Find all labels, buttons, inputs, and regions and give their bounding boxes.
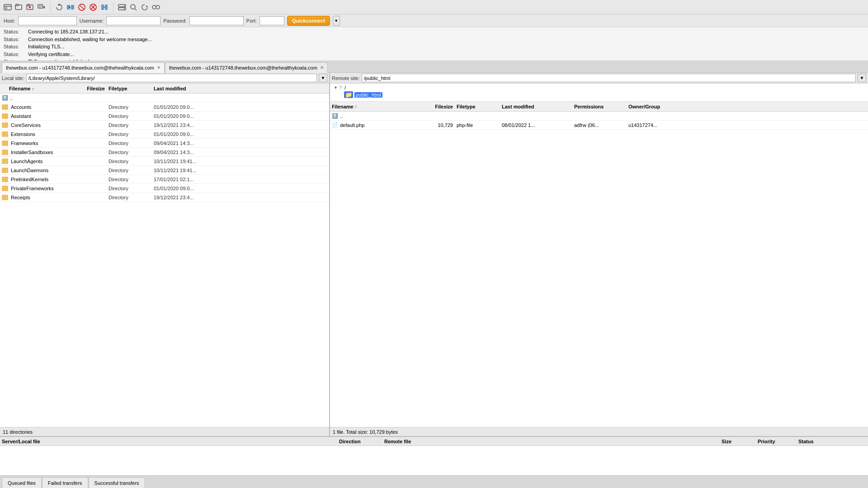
local-file-modified: 10/11/2021 19:41... bbox=[154, 159, 329, 164]
site-tab-1[interactable]: thewebux.com - u143172748.thewebux.com@t… bbox=[165, 62, 328, 73]
folder-icon bbox=[2, 177, 8, 182]
local-col-size[interactable]: Filesize bbox=[72, 86, 108, 91]
site-tab-close-0[interactable]: ✕ bbox=[157, 66, 160, 70]
local-address-input[interactable] bbox=[26, 74, 317, 82]
remote-col-size[interactable]: Filesize bbox=[420, 104, 457, 109]
site-tab-label-1: thewebux.com - u143172748.thewebux.com@t… bbox=[169, 65, 317, 70]
local-file-row[interactable]: LaunchDaemons Directory 10/11/2021 19:41… bbox=[0, 166, 329, 175]
comparisons-btn[interactable] bbox=[151, 2, 161, 12]
cancel-all-btn[interactable] bbox=[88, 2, 98, 12]
local-file-row[interactable]: InstallerSandboxes Directory 09/04/2021 … bbox=[0, 148, 329, 157]
bottom-tab-1[interactable]: Failed transfers bbox=[42, 477, 88, 488]
svg-point-29 bbox=[131, 5, 135, 9]
local-file-modified: 01/01/2020 09:0... bbox=[154, 186, 329, 191]
quickconnect-button[interactable]: Quickconnect bbox=[287, 16, 330, 26]
folder-icon bbox=[2, 104, 8, 110]
remote-file-owner: u14317274... bbox=[628, 122, 868, 128]
local-file-row[interactable]: Assistant Directory 01/01/2020 09:0... bbox=[0, 112, 329, 121]
local-file-name: ⬆️.. bbox=[0, 95, 72, 101]
transfer-col-server: Server/Local file bbox=[2, 439, 330, 444]
close-tab-btn[interactable] bbox=[25, 2, 35, 12]
quickconnect-dropdown[interactable]: ▼ bbox=[333, 16, 340, 26]
panels: Local site: ▼ Filename ↑ Filesize Filety… bbox=[0, 73, 868, 436]
local-file-name: Extensions bbox=[0, 131, 72, 137]
remote-col-owner[interactable]: Owner/Group bbox=[628, 104, 868, 109]
local-col-type[interactable]: Filetype bbox=[108, 86, 154, 91]
tab-list-btn[interactable] bbox=[37, 2, 47, 12]
new-tab-btn[interactable] bbox=[14, 2, 24, 12]
remote-statusbar: 1 file. Total size: 10,729 bytes bbox=[330, 427, 868, 436]
local-file-modified: 09/04/2021 14:3... bbox=[154, 150, 329, 155]
remote-file-name: 📄default.php bbox=[330, 122, 420, 128]
host-input[interactable] bbox=[18, 16, 77, 25]
remote-file-row[interactable]: ⬆️.. bbox=[330, 112, 868, 121]
local-file-row[interactable]: Frameworks Directory 09/04/2021 14:3... bbox=[0, 139, 329, 148]
local-file-name: PrivateFrameworks bbox=[0, 186, 72, 191]
remote-browse-btn[interactable]: ▼ bbox=[858, 74, 866, 82]
local-file-name: Assistant bbox=[0, 113, 72, 119]
local-col-name[interactable]: Filename ↑ bbox=[0, 86, 72, 91]
reconnect-btn[interactable] bbox=[140, 2, 150, 12]
bottom-tab-0[interactable]: Queued files bbox=[2, 477, 42, 488]
password-input[interactable] bbox=[189, 16, 244, 25]
tree-expand-root[interactable]: ▼ bbox=[334, 85, 338, 90]
local-file-name: LaunchDaemons bbox=[0, 168, 72, 173]
bottom-tabs: Queued filesFailed transfersSuccessful t… bbox=[0, 475, 868, 488]
folder-icon bbox=[2, 168, 8, 173]
toolbar-group-actions bbox=[54, 2, 113, 12]
local-col-modified[interactable]: Last modified bbox=[154, 86, 329, 91]
status-line: Status:Connecting to 185.224.138.137:21.… bbox=[4, 28, 864, 36]
remote-tree: ▼ ? / 📁 public_html bbox=[330, 84, 868, 102]
local-file-row[interactable]: Extensions Directory 01/01/2020 09:0... bbox=[0, 130, 329, 139]
local-file-modified: 01/01/2020 09:0... bbox=[154, 104, 329, 110]
process-queue-btn[interactable] bbox=[66, 2, 75, 12]
local-file-row[interactable]: PrivateFrameworks Directory 01/01/2020 0… bbox=[0, 184, 329, 193]
local-file-row[interactable]: LaunchAgents Directory 10/11/2021 19:41.… bbox=[0, 157, 329, 166]
remote-col-type[interactable]: Filetype bbox=[457, 104, 502, 109]
local-file-row[interactable]: ⬆️.. bbox=[0, 94, 329, 103]
local-file-type: Directory bbox=[108, 186, 154, 191]
site-tabs: thewebux.com - u143172748.thewebux.com@t… bbox=[0, 61, 868, 73]
cancel-btn[interactable] bbox=[77, 2, 87, 12]
local-file-type: Directory bbox=[108, 195, 154, 200]
remote-col-permissions[interactable]: Permissions bbox=[574, 104, 628, 109]
remote-file-row[interactable]: 📄default.php 10,729 php-file 08/01/2022 … bbox=[330, 121, 868, 130]
remote-col-name[interactable]: Filename ↑ bbox=[330, 104, 420, 109]
folder-icon bbox=[2, 159, 8, 164]
username-input[interactable] bbox=[106, 16, 160, 25]
disconnect-btn[interactable] bbox=[99, 2, 109, 12]
site-tab-0[interactable]: thewebux.com - u143172748.thewebux.com@t… bbox=[2, 62, 165, 73]
remote-address-input[interactable] bbox=[362, 74, 856, 82]
local-file-row[interactable]: Accounts Directory 01/01/2020 09:0... bbox=[0, 103, 329, 112]
site-manager-btn[interactable] bbox=[3, 2, 13, 12]
local-file-type: Directory bbox=[108, 177, 154, 182]
folder-icon bbox=[2, 141, 8, 146]
remote-panel: Remote site: ▼ ▼ ? / 📁 public_html bbox=[330, 73, 868, 436]
transfer-col-status: Status bbox=[798, 439, 866, 444]
remote-col-modified[interactable]: Last modified bbox=[502, 104, 574, 109]
local-file-type: Directory bbox=[108, 168, 154, 173]
remote-address-label: Remote site: bbox=[332, 75, 360, 81]
local-browse-btn[interactable]: ▼ bbox=[319, 74, 327, 82]
refresh-btn[interactable] bbox=[54, 2, 64, 12]
local-file-name: PrelinkedKernels bbox=[0, 177, 72, 182]
search-files-btn[interactable] bbox=[128, 2, 138, 12]
bottom-tab-2[interactable]: Successful transfers bbox=[89, 477, 145, 488]
svg-point-32 bbox=[152, 5, 156, 9]
port-input[interactable] bbox=[259, 16, 284, 25]
local-file-modified: 01/01/2020 09:0... bbox=[154, 113, 329, 119]
local-file-row[interactable]: PrelinkedKernels Directory 17/01/2021 02… bbox=[0, 175, 329, 184]
local-file-row[interactable]: CoreServices Directory 19/12/2021 23:4..… bbox=[0, 121, 329, 130]
svg-line-18 bbox=[80, 5, 84, 9]
server-manager-btn[interactable] bbox=[117, 2, 127, 12]
local-file-type: Directory bbox=[108, 113, 154, 119]
status-label: Status: bbox=[4, 43, 26, 51]
svg-point-28 bbox=[124, 8, 125, 9]
local-file-row[interactable]: Receipts Directory 19/12/2021 23:4... bbox=[0, 193, 329, 202]
remote-file-list: ⬆️.. 📄default.php 10,729 php-file 08/01/… bbox=[330, 112, 868, 427]
tree-folder-public-html[interactable]: 📁 bbox=[344, 91, 353, 98]
status-label: Status: bbox=[4, 58, 26, 61]
svg-rect-9 bbox=[38, 5, 42, 8]
local-file-type: Directory bbox=[108, 150, 154, 155]
site-tab-close-1[interactable]: ✕ bbox=[320, 66, 324, 70]
